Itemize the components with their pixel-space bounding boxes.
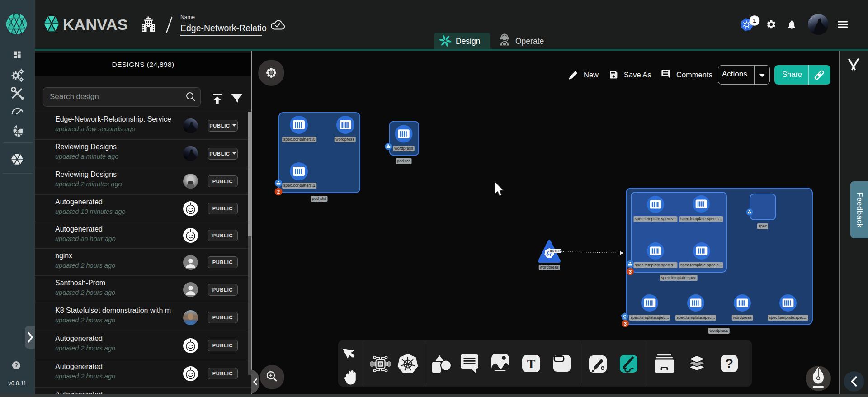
svg-text:T: T [527, 357, 536, 371]
svg-text:1: 1 [753, 17, 756, 24]
svg-text:2: 2 [277, 189, 280, 194]
svg-text:3: 3 [624, 321, 627, 326]
svg-text:?: ? [725, 356, 733, 371]
svg-text:3: 3 [629, 269, 632, 274]
svg-text:KANVAS: KANVAS [63, 16, 128, 33]
